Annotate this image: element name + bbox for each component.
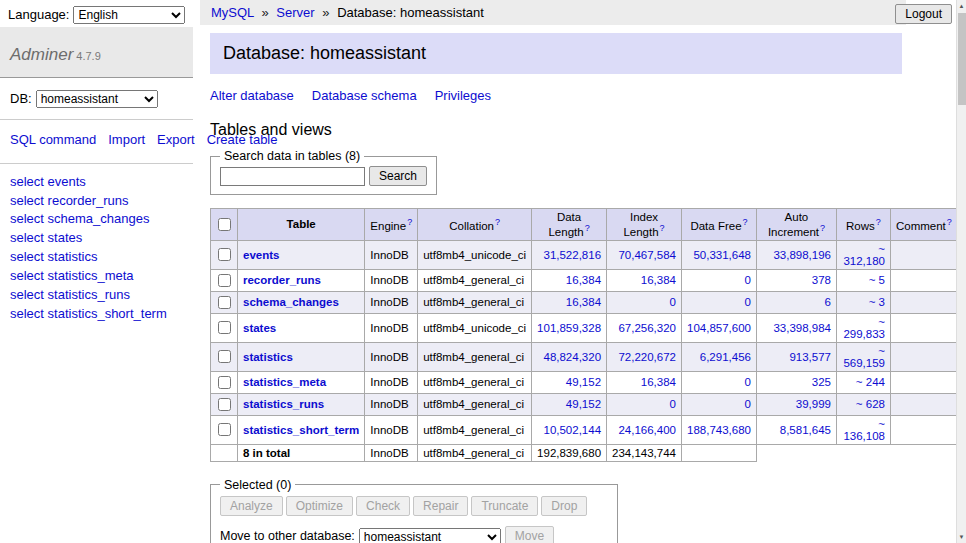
link-privileges[interactable]: Privileges [435, 88, 491, 103]
data-length-link[interactable]: 16,384 [566, 296, 601, 308]
data-free-link[interactable]: 50,331,648 [693, 249, 751, 261]
table-name-link[interactable]: statistics [243, 351, 293, 363]
table-name-link[interactable]: schema_changes [243, 296, 339, 308]
sidebar-link-select-recorder-runs[interactable]: select recorder_runs [10, 193, 129, 208]
auto-increment-link[interactable]: 913,577 [789, 351, 831, 363]
select-all-checkbox[interactable] [218, 218, 231, 231]
data-length-link[interactable]: 48,824,320 [543, 351, 601, 363]
help-icon[interactable]: ? [876, 217, 881, 227]
row-checkbox[interactable] [218, 321, 231, 334]
data-length-link[interactable]: 49,152 [566, 398, 601, 410]
truncate-button[interactable]: Truncate [471, 496, 538, 516]
help-icon[interactable]: ? [660, 223, 665, 233]
auto-increment-link[interactable]: 6 [825, 296, 831, 308]
row-checkbox[interactable] [218, 423, 231, 436]
table-name-link[interactable]: statistics_short_term [243, 424, 359, 436]
data-length-link[interactable]: 49,152 [566, 376, 601, 388]
sidebar-link-import[interactable]: Import [108, 132, 145, 147]
row-checkbox[interactable] [218, 398, 231, 411]
data-length-link-cell: 101,859,328 [532, 313, 607, 342]
index-length-link[interactable]: 24,166,400 [618, 424, 676, 436]
search-button[interactable]: Search [369, 166, 427, 186]
language-select[interactable]: English [73, 6, 185, 24]
rows-link[interactable]: ~ 299,833 [843, 316, 885, 340]
drop-button[interactable]: Drop [541, 496, 587, 516]
auto-increment-link[interactable]: 378 [812, 274, 831, 286]
move-db-select[interactable]: homeassistant [359, 528, 501, 543]
sidebar-link-sql-command[interactable]: SQL command [10, 132, 96, 147]
scrollbar-thumb[interactable] [958, 13, 966, 105]
sidebar-link-select-schema-changes[interactable]: select schema_changes [10, 211, 149, 226]
auto-increment-link[interactable]: 33,898,196 [773, 249, 831, 261]
rows-link[interactable]: ~ 312,180 [843, 243, 885, 267]
sidebar-link-select-statistics[interactable]: select statistics [10, 249, 97, 264]
analyze-button[interactable]: Analyze [220, 496, 283, 516]
index-length-link[interactable]: 16,384 [641, 376, 676, 388]
rows-link[interactable]: ~ 5 [869, 274, 885, 286]
data-length-link[interactable]: 10,502,144 [543, 424, 601, 436]
help-icon[interactable]: ? [820, 223, 825, 233]
collation-cell: utf8mb4_general_ci [418, 342, 532, 371]
sidebar-link-select-events[interactable]: select events [10, 174, 86, 189]
optimize-button[interactable]: Optimize [286, 496, 353, 516]
table-name-link[interactable]: events [243, 249, 279, 261]
rows-link[interactable]: ~ 3 [869, 296, 885, 308]
scroll-up-icon[interactable]: ▲ [957, 0, 966, 12]
breadcrumb-server-link[interactable]: Server [276, 5, 314, 20]
auto-increment-link[interactable]: 33,398,984 [773, 322, 831, 334]
data-free-link[interactable]: 6,291,456 [700, 351, 751, 363]
index-length-link[interactable]: 70,467,584 [618, 249, 676, 261]
data-free-link[interactable]: 188,743,680 [687, 424, 751, 436]
sidebar-link-select-statistics-meta[interactable]: select statistics_meta [10, 268, 134, 283]
vertical-scrollbar[interactable]: ▲ ▼ [956, 0, 966, 543]
sidebar-link-select-states[interactable]: select states [10, 230, 82, 245]
row-checkbox[interactable] [218, 248, 231, 261]
move-button[interactable]: Move [505, 526, 554, 543]
auto-increment-link[interactable]: 39,999 [796, 398, 831, 410]
rows-link[interactable]: ~ 569,159 [843, 345, 885, 369]
index-length-link[interactable]: 0 [670, 398, 676, 410]
sidebar-link-export[interactable]: Export [157, 132, 195, 147]
data-free-link[interactable]: 0 [745, 274, 751, 286]
data-free-link[interactable]: 104,857,600 [687, 322, 751, 334]
data-free-link[interactable]: 0 [745, 376, 751, 388]
help-icon[interactable]: ? [743, 217, 748, 227]
auto-increment-link[interactable]: 325 [812, 376, 831, 388]
table-name-link[interactable]: statistics_meta [243, 376, 326, 388]
sidebar-link-select-statistics-short-term[interactable]: select statistics_short_term [10, 306, 167, 321]
data-length-link[interactable]: 16,384 [566, 274, 601, 286]
search-input[interactable] [220, 167, 365, 186]
table-name-link[interactable]: statistics_runs [243, 398, 324, 410]
data-length-link[interactable]: 31,522,816 [543, 249, 601, 261]
help-icon[interactable]: ? [407, 217, 412, 227]
sidebar-link-select-statistics-runs[interactable]: select statistics_runs [10, 287, 130, 302]
data-free-link[interactable]: 0 [745, 296, 751, 308]
index-length-link[interactable]: 67,256,320 [618, 322, 676, 334]
link-alter-database[interactable]: Alter database [210, 88, 294, 103]
scroll-down-icon[interactable]: ▼ [957, 531, 966, 543]
db-select[interactable]: homeassistant [36, 90, 158, 108]
auto-increment-link[interactable]: 8,581,645 [780, 424, 831, 436]
rows-link[interactable]: ~ 136,108 [843, 418, 885, 442]
index-length-link[interactable]: 16,384 [641, 274, 676, 286]
index-length-link[interactable]: 72,220,672 [618, 351, 676, 363]
index-length-link[interactable]: 0 [670, 296, 676, 308]
row-checkbox[interactable] [218, 350, 231, 363]
repair-button[interactable]: Repair [413, 496, 468, 516]
breadcrumb-mysql-link[interactable]: MySQL [211, 5, 254, 20]
table-name-link[interactable]: states [243, 322, 276, 334]
help-icon[interactable]: ? [947, 217, 952, 227]
table-name-link[interactable]: recorder_runs [243, 274, 321, 286]
check-button[interactable]: Check [356, 496, 410, 516]
help-icon[interactable]: ? [585, 223, 590, 233]
row-checkbox[interactable] [218, 274, 231, 287]
link-database-schema[interactable]: Database schema [312, 88, 417, 103]
data-length-link[interactable]: 101,859,328 [537, 322, 601, 334]
row-checkbox[interactable] [218, 376, 231, 389]
logout-button[interactable]: Logout [895, 4, 952, 24]
rows-link[interactable]: ~ 628 [856, 398, 885, 410]
data-free-link[interactable]: 0 [745, 398, 751, 410]
row-checkbox[interactable] [218, 296, 231, 309]
rows-link[interactable]: ~ 244 [856, 376, 885, 388]
help-icon[interactable]: ? [495, 217, 500, 227]
